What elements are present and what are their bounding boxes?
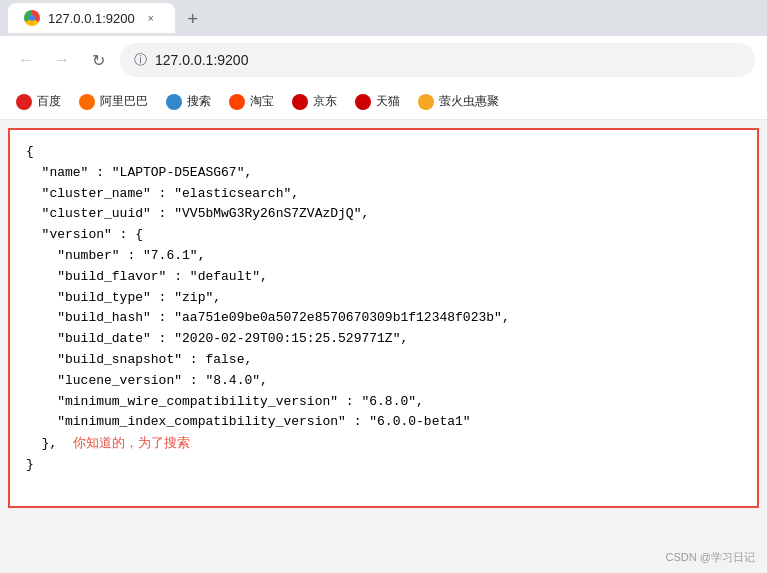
json-line-2: "cluster_name" : "elasticsearch",	[26, 184, 741, 205]
json-line-3: "cluster_uuid" : "VV5bMwG3Ry26nS7ZVAzDjQ…	[26, 204, 741, 225]
url-text: 127.0.0.1:9200	[155, 52, 248, 68]
json-line-tagline: }, 你知道的，为了搜索	[26, 433, 741, 455]
tagline-comment: 你知道的，为了搜索	[73, 435, 190, 450]
refresh-button[interactable]: ↻	[84, 46, 112, 74]
title-bar: 127.0.0.1:9200 × +	[0, 0, 767, 36]
bookmark-tianmao[interactable]: 天猫	[347, 89, 408, 114]
url-lock-icon: ⓘ	[134, 51, 147, 69]
bookmark-label-yinghuochong: 萤火虫惠聚	[439, 93, 499, 110]
address-bar: ← → ↻ ⓘ 127.0.0.1:9200	[0, 36, 767, 84]
json-line-12: "minimum_wire_compatibility_version" : "…	[26, 392, 741, 413]
bookmark-alibaba[interactable]: 阿里巴巴	[71, 89, 156, 114]
bookmark-favicon-jingdong	[292, 94, 308, 110]
bookmark-label-tianmao: 天猫	[376, 93, 400, 110]
bookmark-label-taobao: 淘宝	[250, 93, 274, 110]
tab-area: 127.0.0.1:9200 × +	[8, 3, 759, 33]
bookmark-favicon-baidu	[16, 94, 32, 110]
bookmark-favicon-yinghuochong	[418, 94, 434, 110]
new-tab-button[interactable]: +	[179, 5, 207, 33]
url-bar[interactable]: ⓘ 127.0.0.1:9200	[120, 43, 755, 77]
json-line-13: "minimum_index_compatibility_version" : …	[26, 412, 741, 433]
tab-title: 127.0.0.1:9200	[48, 11, 135, 26]
forward-button[interactable]: →	[48, 46, 76, 74]
bookmark-favicon-alibaba	[79, 94, 95, 110]
json-line-9: "build_date" : "2020-02-29T00:15:25.5297…	[26, 329, 741, 350]
main-content: { "name" : "LAPTOP-D5EASG67", "cluster_n…	[8, 128, 759, 508]
json-line-11: "lucene_version" : "8.4.0",	[26, 371, 741, 392]
footer-label: CSDN @学习日记	[666, 551, 755, 563]
url-port: 9200	[217, 52, 248, 68]
bookmark-label-baidu: 百度	[37, 93, 61, 110]
bookmark-yinghuochong[interactable]: 萤火虫惠聚	[410, 89, 507, 114]
json-closing-brace: }	[26, 455, 741, 476]
bookmark-label-jingdong: 京东	[313, 93, 337, 110]
tab-close-button[interactable]: ×	[143, 10, 159, 26]
json-line-8: "build_hash" : "aa751e09be0a5072e8570670…	[26, 308, 741, 329]
bookmark-jingdong[interactable]: 京东	[284, 89, 345, 114]
bookmark-taobao[interactable]: 淘宝	[221, 89, 282, 114]
bookmark-label-alibaba: 阿里巴巴	[100, 93, 148, 110]
bookmark-label-sousuo: 搜索	[187, 93, 211, 110]
bookmarks-bar: 百度 阿里巴巴 搜索 淘宝 京东 天猫 萤火虫惠聚	[0, 84, 767, 120]
json-line-1: "name" : "LAPTOP-D5EASG67",	[26, 163, 741, 184]
back-button[interactable]: ←	[12, 46, 40, 74]
json-line-4: "version" : {	[26, 225, 741, 246]
json-line-6: "build_flavor" : "default",	[26, 267, 741, 288]
bookmark-baidu[interactable]: 百度	[8, 89, 69, 114]
bookmark-favicon-sousuo	[166, 94, 182, 110]
tab-favicon	[24, 10, 40, 26]
tagline-text: },	[26, 436, 57, 451]
active-tab[interactable]: 127.0.0.1:9200 ×	[8, 3, 175, 33]
json-line-7: "build_type" : "zip",	[26, 288, 741, 309]
bookmark-sousuo[interactable]: 搜索	[158, 89, 219, 114]
bookmark-favicon-taobao	[229, 94, 245, 110]
json-line-10: "build_snapshot" : false,	[26, 350, 741, 371]
url-host: 127.0.0.1	[155, 52, 213, 68]
bookmark-favicon-tianmao	[355, 94, 371, 110]
page-footer: CSDN @学习日记	[666, 550, 755, 565]
json-line-0: {	[26, 142, 741, 163]
json-line-5: "number" : "7.6.1",	[26, 246, 741, 267]
